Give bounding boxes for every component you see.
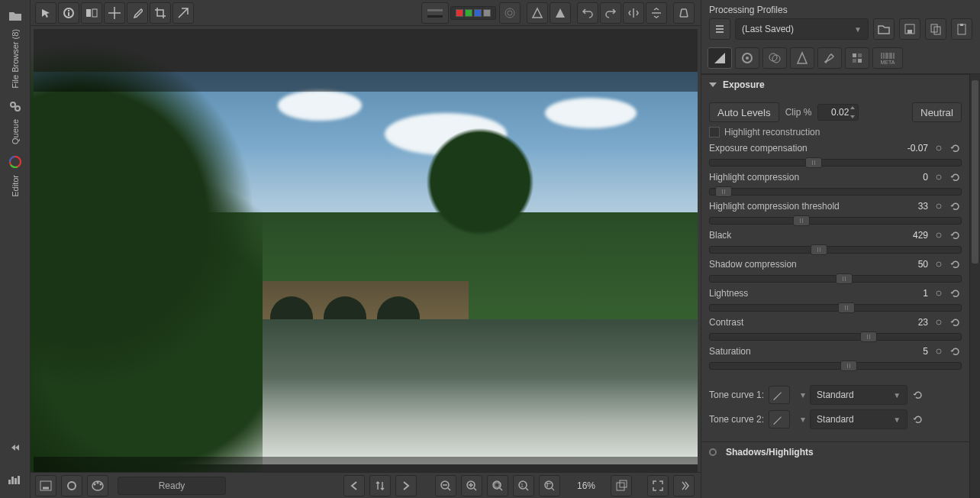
collapse-panel-button[interactable]	[2, 434, 29, 461]
arrow-tool-button[interactable]	[35, 2, 56, 24]
indicator-blue[interactable]	[474, 9, 482, 17]
color-picker-button[interactable]	[127, 2, 148, 24]
slider-track[interactable]	[709, 217, 962, 225]
tab-editor-label: Editor	[11, 175, 20, 197]
slider-link-button[interactable]	[933, 171, 945, 183]
tab-advanced[interactable]	[790, 47, 814, 69]
zoom-fit-button[interactable]	[487, 475, 508, 496]
tab-raw[interactable]	[845, 47, 869, 69]
info-button[interactable]	[58, 2, 79, 24]
zoom-out-button[interactable]	[435, 475, 456, 496]
slider-track[interactable]	[709, 304, 962, 312]
indicator-green[interactable]	[465, 9, 472, 17]
slider-reset-button[interactable]	[949, 142, 962, 154]
svg-point-1	[15, 106, 20, 111]
save-button[interactable]	[35, 475, 56, 496]
profile-mode-button[interactable]	[709, 18, 730, 40]
image-viewport[interactable]	[31, 26, 701, 472]
tone-curve-1-reset-button[interactable]	[912, 389, 924, 401]
slider-reset-button[interactable]	[949, 258, 962, 270]
straighten-button[interactable]	[172, 2, 194, 24]
tone-curve-2-select[interactable]: Standard ▼	[810, 409, 907, 429]
slider-track[interactable]	[709, 333, 962, 341]
slider-link-button[interactable]	[933, 345, 945, 357]
background-select-button[interactable]	[421, 2, 449, 24]
slider-reset-button[interactable]	[949, 316, 962, 328]
tone-curve-1-type-button[interactable]	[769, 386, 790, 404]
indicator-red[interactable]	[456, 9, 463, 17]
slider-link-button[interactable]	[933, 142, 945, 154]
slider-track[interactable]	[709, 246, 962, 254]
slider-track[interactable]	[709, 188, 962, 196]
tone-curve-1-select[interactable]: Standard ▼	[810, 385, 907, 405]
before-after-button[interactable]	[81, 2, 102, 24]
profile-select[interactable]: (Last Saved) ▼	[735, 18, 869, 40]
slider-reset-button[interactable]	[949, 345, 962, 357]
collapse-right-button[interactable]	[673, 475, 695, 496]
sync-button[interactable]	[369, 475, 391, 496]
indicator-luminance[interactable]	[483, 9, 491, 17]
new-detail-window-button[interactable]	[611, 475, 632, 496]
external-editor-button[interactable]	[87, 475, 108, 496]
perspective-button[interactable]	[673, 2, 695, 24]
prev-image-button[interactable]	[343, 475, 365, 496]
highlight-recon-checkbox[interactable]	[709, 127, 720, 137]
flip-vertical-button[interactable]	[646, 2, 667, 24]
svg-rect-14	[427, 9, 443, 11]
tab-detail[interactable]	[735, 47, 759, 69]
slider-reset-button[interactable]	[949, 171, 962, 183]
svg-rect-39	[960, 24, 963, 26]
auto-levels-button[interactable]: Auto Levels	[709, 102, 779, 122]
rotate-left-button[interactable]	[577, 2, 598, 24]
color-wheel-icon	[7, 154, 24, 170]
tab-editor[interactable]: Editor	[2, 149, 29, 202]
svg-point-18	[508, 11, 512, 15]
profile-save-button[interactable]	[899, 18, 920, 40]
section-shadows-highlights-header[interactable]: Shadows/Highlights	[701, 442, 969, 462]
slider-link-button[interactable]	[933, 287, 945, 299]
profile-paste-button[interactable]	[951, 18, 972, 40]
svg-rect-44	[853, 53, 856, 57]
slider-link-button[interactable]	[933, 229, 945, 241]
fullscreen-button[interactable]	[647, 475, 669, 496]
tab-meta[interactable]: META	[872, 47, 903, 69]
neutral-button[interactable]: Neutral	[912, 102, 962, 122]
svg-point-43	[772, 55, 780, 63]
shadow-clip-button[interactable]	[550, 2, 571, 24]
slider-reset-button[interactable]	[949, 229, 962, 241]
clip-percent-input[interactable]: 0.02	[817, 104, 859, 121]
slider-reset-button[interactable]	[949, 287, 962, 299]
profile-copy-button[interactable]	[925, 18, 946, 40]
flip-horizontal-button[interactable]	[623, 2, 644, 24]
section-exposure-header[interactable]: Exposure	[701, 75, 969, 95]
sharpen-preview-button[interactable]	[499, 2, 521, 24]
slider-link-button[interactable]	[933, 316, 945, 328]
highlight-clip-button[interactable]	[527, 2, 548, 24]
tab-file-browser[interactable]: File Browser (8)	[2, 3, 29, 93]
tone-curve-2-reset-button[interactable]	[912, 413, 924, 425]
zoom-in-button[interactable]	[461, 475, 482, 496]
slider-track[interactable]	[709, 275, 962, 283]
histogram-toggle-button[interactable]	[2, 466, 29, 493]
next-image-button[interactable]	[395, 475, 417, 496]
slider-link-button[interactable]	[933, 258, 945, 270]
zoom-100-button[interactable]: 1	[513, 475, 534, 496]
tab-queue[interactable]: Queue	[2, 93, 29, 149]
zoom-percent: 16%	[565, 480, 608, 491]
rotate-right-button[interactable]	[600, 2, 621, 24]
slider-link-button[interactable]	[933, 200, 945, 212]
crop-button[interactable]	[150, 2, 171, 24]
tab-color[interactable]	[762, 47, 787, 69]
slider-track[interactable]	[709, 159, 962, 167]
slider-track[interactable]	[709, 362, 962, 370]
zoom-crop-button[interactable]	[539, 475, 560, 496]
slider-reset-button[interactable]	[949, 200, 962, 212]
tab-transform[interactable]	[817, 47, 842, 69]
right-panel-scrollbar[interactable]	[969, 74, 980, 498]
svg-rect-32	[617, 483, 624, 490]
tone-curve-2-type-button[interactable]	[769, 410, 790, 428]
profile-load-button[interactable]	[873, 18, 895, 40]
queue-add-button[interactable]	[61, 475, 82, 496]
crosshair-button[interactable]	[104, 2, 125, 24]
tab-exposure[interactable]	[708, 47, 732, 69]
